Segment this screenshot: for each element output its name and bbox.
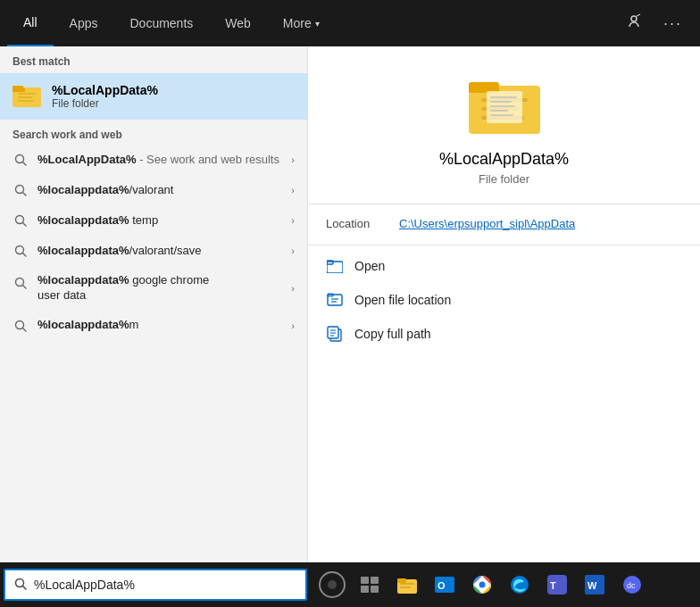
svg-line-1 [637, 14, 640, 16]
chevron-down-icon: ▾ [315, 19, 320, 29]
taskbar-search-box[interactable]: %LocalAppData% [4, 569, 307, 601]
best-match-item[interactable]: %LocalAppData% File folder [0, 73, 307, 120]
cortana-icon [318, 570, 346, 599]
search-icon-5 [12, 318, 29, 334]
right-panel: %LocalAppData% File folder Location C:\U… [307, 46, 700, 562]
search-icon-0 [12, 152, 29, 168]
open-action-label: Open [354, 259, 385, 273]
tab-documents[interactable]: Documents [113, 0, 209, 46]
top-navigation: All Apps Documents Web More ▾ ··· [0, 0, 700, 46]
svg-rect-46 [361, 577, 369, 584]
search-item-1[interactable]: %localappdata%/valorant › [0, 175, 307, 205]
svg-rect-52 [400, 583, 414, 585]
best-match-label: Best match [0, 46, 307, 73]
teams-icon: T [547, 575, 567, 595]
svg-point-57 [478, 580, 487, 589]
svg-point-58 [479, 582, 486, 588]
outlook-icon: O [435, 575, 454, 595]
search-item-text-1: %localappdata%/valorant [38, 183, 282, 198]
folder-icon [12, 82, 41, 111]
search-item-0[interactable]: %LocalAppData% - See work and web result… [0, 145, 307, 175]
tab-more[interactable]: More ▾ [267, 0, 336, 46]
svg-line-13 [23, 223, 27, 227]
word-icon: W [585, 575, 604, 595]
copy-full-path-label: Copy full path [354, 327, 431, 341]
svg-text:dc: dc [627, 581, 636, 590]
copy-full-path-action[interactable]: Copy full path [308, 317, 700, 351]
svg-line-15 [23, 254, 27, 257]
svg-rect-6 [18, 96, 32, 98]
location-label: Location [326, 217, 388, 230]
svg-point-0 [631, 16, 637, 21]
search-item-text-3: %localappdata%/valorant/save [38, 244, 282, 259]
chrome-icon [472, 575, 492, 595]
open-folder-icon [326, 257, 344, 275]
svg-point-64 [623, 576, 641, 594]
tab-apps-label: Apps [70, 16, 98, 30]
svg-point-45 [328, 580, 337, 589]
tab-all[interactable]: All [7, 0, 54, 46]
edge-button[interactable] [502, 567, 538, 603]
search-item-4[interactable]: %localappdata% google chromeuser data › [0, 266, 307, 311]
search-item-text-2: %localappdata% temp [38, 213, 282, 229]
svg-rect-54 [435, 577, 454, 593]
task-view-icon [361, 577, 379, 593]
svg-rect-28 [490, 105, 515, 107]
chevron-right-icon-2: › [291, 215, 295, 226]
search-icon-4 [12, 275, 29, 291]
task-view-button[interactable] [352, 567, 388, 603]
user-icon [626, 13, 642, 29]
svg-rect-53 [400, 586, 411, 588]
svg-rect-26 [490, 96, 517, 98]
svg-rect-49 [371, 586, 379, 593]
open-file-location-label: Open file location [354, 293, 451, 307]
search-icon-1 [12, 182, 29, 198]
search-item-2[interactable]: %localappdata% temp › [0, 205, 307, 236]
file-explorer-button[interactable] [389, 567, 425, 603]
svg-rect-7 [18, 100, 34, 102]
svg-rect-47 [371, 577, 379, 584]
svg-line-43 [23, 586, 27, 589]
search-item-text-5: %localappdata%m [38, 318, 282, 333]
chrome-button[interactable] [464, 567, 500, 603]
svg-point-59 [511, 576, 529, 594]
open-action[interactable]: Open [308, 249, 700, 283]
tab-more-label: More [283, 16, 312, 30]
user-icon-button[interactable] [622, 10, 646, 37]
location-row: Location C:\Users\erpsupport_sipl\AppDat… [308, 217, 700, 245]
best-match-subtitle: File folder [52, 97, 158, 110]
taskbar-search-text: %LocalAppData% [34, 578, 135, 592]
search-work-web-label: Search work and web [0, 120, 307, 145]
svg-rect-31 [327, 262, 343, 273]
divider-top [308, 204, 700, 204]
search-item-3[interactable]: %localappdata%/valorant/save › [0, 236, 307, 266]
discord-icon: dc [622, 575, 642, 595]
discord-button[interactable]: dc [614, 567, 650, 603]
search-item-5[interactable]: %localappdata%m › [0, 311, 307, 341]
left-panel: Best match %LocalAppData% File folder Se… [0, 46, 307, 562]
result-subtitle: File folder [479, 172, 529, 186]
best-match-title: %LocalAppData% [52, 83, 158, 97]
result-folder-icon [469, 73, 540, 137]
ellipsis-button[interactable]: ··· [660, 11, 686, 37]
main-area: Best match %LocalAppData% File folder Se… [0, 46, 700, 562]
outlook-button[interactable]: O [427, 567, 462, 603]
word-button[interactable]: W [577, 567, 612, 603]
open-file-location-icon [326, 291, 344, 309]
open-file-location-action[interactable]: Open file location [308, 283, 700, 317]
chevron-right-icon-1: › [291, 185, 295, 195]
nav-tabs: All Apps Documents Web More ▾ [7, 0, 336, 46]
location-path[interactable]: C:\Users\erpsupport_sipl\AppData [399, 217, 575, 230]
cortana-button[interactable] [314, 567, 350, 603]
svg-line-19 [23, 328, 27, 331]
file-explorer-icon [397, 576, 417, 594]
svg-rect-29 [490, 110, 508, 112]
edge-icon [510, 575, 529, 595]
tab-web[interactable]: Web [209, 0, 267, 46]
svg-point-56 [473, 576, 491, 594]
teams-button[interactable]: T [539, 567, 575, 603]
svg-line-9 [23, 162, 27, 166]
divider-actions [308, 245, 700, 245]
tab-apps[interactable]: Apps [54, 0, 114, 46]
tab-all-label: All [23, 15, 38, 29]
